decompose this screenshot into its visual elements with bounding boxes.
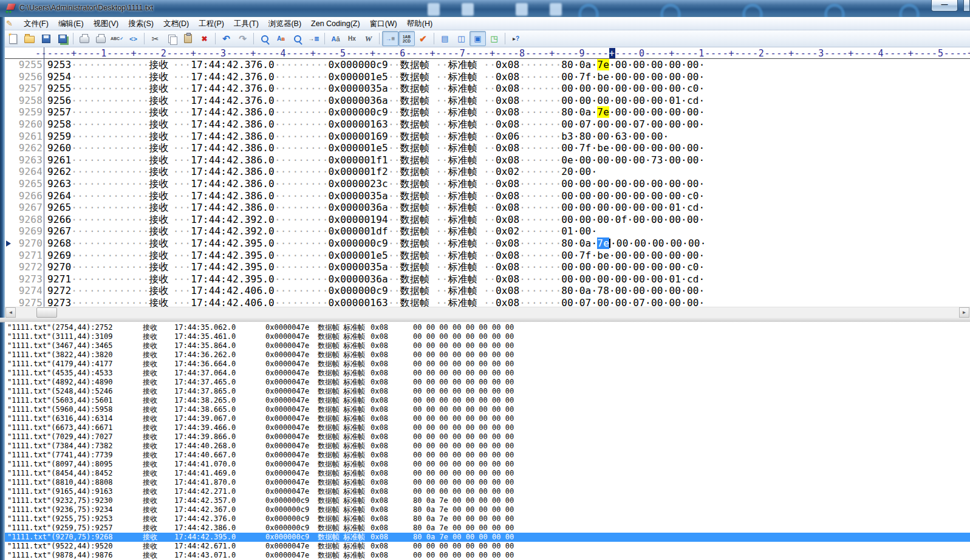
word-wrap-button[interactable]: W bbox=[360, 31, 377, 46]
search-result-row[interactable]: "1111.txt"(9878,44):9876接收17:44:43.071.0… bbox=[5, 551, 970, 560]
menu-item[interactable]: Zen Coding(Z) bbox=[306, 18, 365, 29]
line-number[interactable]: 9260 bbox=[11, 118, 43, 131]
open-file-button[interactable] bbox=[21, 31, 38, 46]
log-line-9255[interactable]: 92579255·············接收···17:44:42.376.0… bbox=[5, 83, 970, 95]
menu-item[interactable]: 工具(T) bbox=[229, 18, 264, 29]
search-result-row[interactable]: "1111.txt"(9259,75):9257接收17:44:42.386.0… bbox=[5, 524, 970, 533]
delete-button[interactable]: ✖ bbox=[196, 31, 213, 46]
search-result-row[interactable]: "1111.txt"(7384,44):7382接收17:44:40.268.0… bbox=[5, 442, 970, 451]
line-number[interactable]: 9267 bbox=[11, 202, 43, 214]
menu-item[interactable]: 文档(D) bbox=[159, 18, 194, 29]
log-line-9267[interactable]: 92699267·············接收···17:44:42.392.0… bbox=[5, 225, 970, 237]
log-line-9269[interactable]: 92719269·············接收···17:44:42.395.0… bbox=[5, 250, 970, 262]
line-number[interactable]: 9274 bbox=[11, 285, 43, 297]
line-number[interactable]: 9272 bbox=[11, 261, 43, 273]
context-help-button[interactable]: ▸? bbox=[508, 31, 524, 46]
goto-line-button[interactable]: →≣ bbox=[306, 31, 322, 46]
search-result-row[interactable]: "1111.txt"(8454,44):8452接收17:44:41.469.0… bbox=[5, 469, 970, 478]
paste-button[interactable] bbox=[180, 31, 196, 46]
save-button[interactable] bbox=[38, 31, 54, 46]
menu-item[interactable]: 工程(P) bbox=[194, 18, 229, 29]
log-line-9260[interactable]: 92629260·············接收···17:44:42.386.0… bbox=[5, 142, 970, 154]
line-number[interactable]: 9270 bbox=[11, 237, 43, 250]
window-button-partial[interactable] bbox=[963, 0, 970, 12]
search-result-row[interactable]: "1111.txt"(3111,44):3109接收17:44:35.461.0… bbox=[5, 332, 970, 341]
search-result-row[interactable]: "1111.txt"(4892,44):4890接收17:44:37.465.0… bbox=[5, 378, 970, 387]
line-number[interactable]: 9265 bbox=[11, 178, 43, 190]
scrollbar-thumb[interactable] bbox=[36, 307, 57, 318]
window-split-button[interactable]: ◫ bbox=[453, 31, 470, 46]
undo-button[interactable]: ↶ bbox=[218, 31, 234, 46]
search-result-row[interactable]: "1111.txt"(4535,44):4533接收17:44:37.064.0… bbox=[5, 369, 970, 378]
line-number[interactable]: 9259 bbox=[11, 106, 43, 118]
search-result-row[interactable]: "1111.txt"(5248,44):5246接收17:44:37.865.0… bbox=[5, 387, 970, 396]
print-button[interactable] bbox=[92, 31, 109, 46]
line-number[interactable]: 9262 bbox=[11, 142, 43, 154]
search-result-row[interactable]: "1111.txt"(5603,44):5601接收17:44:38.265.0… bbox=[5, 396, 970, 405]
search-result-row[interactable]: "1111.txt"(7029,44):7027接收17:44:39.866.0… bbox=[5, 432, 970, 442]
search-result-row[interactable]: "1111.txt"(4179,44):4177接收17:44:36.664.0… bbox=[5, 360, 970, 369]
line-number[interactable]: 9266 bbox=[11, 190, 43, 202]
line-number[interactable]: 9263 bbox=[11, 154, 43, 166]
title-bar[interactable]: ++ C:\Users\Administrator\Desktop\1111.t… bbox=[0, 0, 970, 18]
search-result-row[interactable]: "1111.txt"(7741,44):7739接收17:44:40.667.0… bbox=[5, 451, 970, 460]
spell-check-button[interactable]: ABC✓ bbox=[109, 31, 125, 46]
log-line-9261[interactable]: 92639261·············接收···17:44:42.386.0… bbox=[5, 154, 970, 166]
log-line-9253[interactable]: 92559253·············接收···17:44:42.376.0… bbox=[5, 59, 970, 71]
search-result-row[interactable]: "1111.txt"(3822,44):3820接收17:44:36.262.0… bbox=[5, 350, 970, 360]
horizontal-scrollbar[interactable]: ◄ ► bbox=[5, 307, 970, 318]
line-number[interactable]: 9256 bbox=[11, 71, 43, 83]
log-line-9268[interactable]: 92709268·············接收···17:44:42.395.0… bbox=[5, 237, 970, 250]
fullwidth-convert-button[interactable]: Aā bbox=[327, 31, 344, 46]
menu-item[interactable]: 视图(V) bbox=[89, 18, 124, 29]
line-number[interactable]: 9269 bbox=[11, 225, 43, 237]
log-line-9273[interactable]: 92759273·············接收···17:44:42.406.0… bbox=[5, 297, 970, 307]
save-all-button[interactable] bbox=[54, 31, 70, 46]
document-list-button[interactable]: ▤ bbox=[437, 31, 453, 46]
replace-button[interactable]: AB bbox=[273, 31, 289, 46]
search-result-row[interactable]: "1111.txt"(6316,44):6314接收17:44:39.067.0… bbox=[5, 414, 970, 423]
log-line-9257[interactable]: 92599257·············接收···17:44:42.386.0… bbox=[5, 106, 970, 118]
log-line-9262[interactable]: 92649262·············接收···17:44:42.386.0… bbox=[5, 166, 970, 178]
search-result-row[interactable]: "1111.txt"(2754,44):2752接收17:44:35.062.0… bbox=[5, 323, 970, 332]
line-number[interactable]: 9257 bbox=[11, 83, 43, 95]
line-number[interactable]: 9261 bbox=[11, 131, 43, 143]
log-line-9272[interactable]: 92749272·············接收···17:44:42.406.0… bbox=[5, 285, 970, 297]
menu-item[interactable]: 帮助(H) bbox=[402, 18, 437, 29]
log-line-9263[interactable]: 92659263·············接收···17:44:42.386.0… bbox=[5, 178, 970, 190]
search-result-row-selected[interactable]: "1111.txt"(9270,75):9268接收17:44:42.395.0… bbox=[5, 533, 970, 542]
search-results-panel[interactable]: "1111.txt"(2754,44):2752接收17:44:35.062.0… bbox=[5, 322, 970, 560]
new-file-button[interactable]: ✶ bbox=[5, 31, 21, 46]
line-number[interactable]: 9258 bbox=[11, 95, 43, 107]
line-numbers-button[interactable]: 1AB2CD bbox=[398, 31, 415, 46]
log-line-9259[interactable]: 92619259·············接收···17:44:42.386.0… bbox=[5, 131, 970, 143]
line-number[interactable]: 9275 bbox=[11, 297, 43, 307]
menu-item[interactable]: 文件(F) bbox=[19, 18, 53, 29]
log-line-9256[interactable]: 92589256·············接收···17:44:42.376.0… bbox=[5, 95, 970, 107]
syntax-check-button[interactable]: ✔ bbox=[415, 31, 431, 46]
html-bar-button[interactable]: <> bbox=[125, 31, 142, 46]
copy-button[interactable] bbox=[163, 31, 180, 46]
cut-button[interactable]: ✂ bbox=[147, 31, 163, 46]
log-line-9271[interactable]: 92739271·············接收···17:44:42.395.0… bbox=[5, 273, 970, 285]
line-number[interactable]: 9273 bbox=[11, 273, 43, 285]
minimize-button[interactable]: — bbox=[931, 0, 958, 12]
line-number[interactable]: 9268 bbox=[11, 214, 43, 226]
log-line-9266[interactable]: 92689266·············接收···17:44:42.392.0… bbox=[5, 214, 970, 226]
search-result-row[interactable]: "1111.txt"(8810,44):8808接收17:44:41.870.0… bbox=[5, 478, 970, 487]
menu-item[interactable]: 编辑(E) bbox=[53, 18, 89, 29]
search-result-row[interactable]: "1111.txt"(5960,44):5958接收17:44:38.665.0… bbox=[5, 405, 970, 414]
scroll-right-arrow[interactable]: ► bbox=[959, 307, 969, 318]
scroll-left-arrow[interactable]: ◄ bbox=[5, 307, 16, 318]
search-result-row[interactable]: "1111.txt"(3467,44):3465接收17:44:35.864.0… bbox=[5, 341, 970, 350]
menu-item[interactable]: 浏览器(B) bbox=[264, 18, 306, 29]
log-line-9254[interactable]: 92569254·············接收···17:44:42.376.0… bbox=[5, 71, 970, 83]
line-number[interactable]: 9264 bbox=[11, 166, 43, 178]
search-result-row[interactable]: "1111.txt"(9522,44):9520接收17:44:42.671.0… bbox=[5, 542, 970, 551]
print-preview-button[interactable] bbox=[76, 31, 92, 46]
redo-button[interactable]: ↷ bbox=[234, 31, 251, 46]
line-number[interactable]: 9271 bbox=[11, 250, 43, 262]
menu-item[interactable]: 搜索(S) bbox=[123, 18, 159, 29]
find-button[interactable] bbox=[256, 31, 273, 46]
output-window-button[interactable]: ▣ bbox=[470, 31, 486, 46]
